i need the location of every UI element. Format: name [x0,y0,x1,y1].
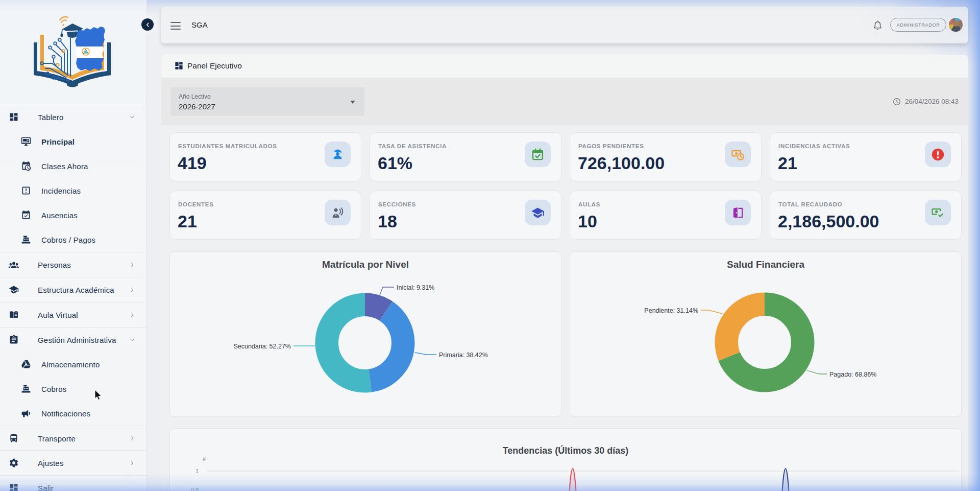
svg-text:#: # [203,456,206,462]
svg-text:Primaria: 38.42%: Primaria: 38.42% [439,352,488,359]
svg-text:Pendiente: 31.14%: Pendiente: 31.14% [644,307,698,314]
svg-text:Inicial: 9.31%: Inicial: 9.31% [397,284,434,291]
svg-text:Secundaria: 52.27%: Secundaria: 52.27% [233,343,291,350]
svg-text:0.8: 0.8 [191,487,199,491]
svg-text:Pagado: 68.86%: Pagado: 68.86% [829,371,876,378]
svg-text:1: 1 [195,468,199,474]
